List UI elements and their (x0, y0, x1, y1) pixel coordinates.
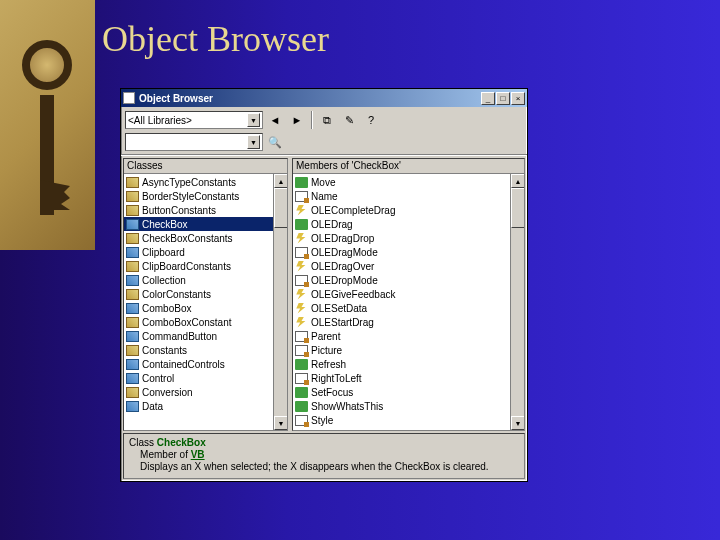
list-item[interactable]: ComboBox (124, 301, 287, 315)
method-icon (295, 401, 308, 412)
list-item[interactable]: CommandButton (124, 329, 287, 343)
search-combo[interactable]: ▼ (125, 133, 263, 151)
list-item[interactable]: Picture (293, 343, 524, 357)
list-item[interactable]: Clipboard (124, 245, 287, 259)
scroll-up-button[interactable]: ▲ (511, 174, 524, 188)
list-item[interactable]: ColorConstants (124, 287, 287, 301)
enum-icon (126, 261, 139, 272)
list-item[interactable]: Parent (293, 329, 524, 343)
classes-list[interactable]: AsyncTypeConstantsBorderStyleConstantsBu… (124, 174, 287, 414)
search-button[interactable]: 🔍 (265, 133, 285, 151)
list-item[interactable]: OLECompleteDrag (293, 203, 524, 217)
list-item[interactable]: OLEDragDrop (293, 231, 524, 245)
list-item-label: ClipBoardConstants (142, 261, 231, 272)
panes: Classes AsyncTypeConstantsBorderStyleCon… (121, 155, 527, 433)
dropdown-icon[interactable]: ▼ (247, 135, 260, 149)
list-item[interactable]: Collection (124, 273, 287, 287)
list-item[interactable]: Refresh (293, 357, 524, 371)
class-icon (126, 219, 139, 230)
list-item-label: OLEDragOver (311, 261, 374, 272)
list-item[interactable]: Name (293, 189, 524, 203)
list-item-label: Clipboard (142, 247, 185, 258)
detail-pane: Class CheckBox Member of VB Displays an … (123, 433, 525, 479)
list-item-label: AsyncTypeConstants (142, 177, 236, 188)
enum-icon (126, 177, 139, 188)
scroll-down-button[interactable]: ▼ (274, 416, 287, 430)
list-item[interactable]: OLEGiveFeedback (293, 287, 524, 301)
list-item[interactable]: OLEDragOver (293, 259, 524, 273)
nav-back-button[interactable]: ◄ (265, 111, 285, 129)
list-item[interactable]: Constants (124, 343, 287, 357)
event-icon (295, 205, 308, 216)
list-item-label: ShowWhatsThis (311, 401, 383, 412)
event-icon (295, 303, 308, 314)
list-item[interactable]: Style (293, 413, 524, 427)
list-item-label: OLEDrag (311, 219, 353, 230)
titlebar[interactable]: Object Browser _ □ × (121, 89, 527, 107)
list-item[interactable]: OLESetData (293, 301, 524, 315)
list-item-label: Control (142, 373, 174, 384)
list-item-label: OLEDragDrop (311, 233, 374, 244)
list-item[interactable]: ButtonConstants (124, 203, 287, 217)
nav-forward-button[interactable]: ► (287, 111, 307, 129)
list-item[interactable]: Control (124, 371, 287, 385)
library-combo[interactable]: <All Libraries> ▼ (125, 111, 263, 129)
list-item[interactable]: BorderStyleConstants (124, 189, 287, 203)
members-list[interactable]: MoveNameOLECompleteDragOLEDragOLEDragDro… (293, 174, 524, 428)
list-item-label: ComboBox (142, 303, 191, 314)
scroll-down-button[interactable]: ▼ (511, 416, 524, 430)
list-item[interactable]: Move (293, 175, 524, 189)
event-icon (295, 317, 308, 328)
list-item-label: CheckBox (142, 219, 188, 230)
detail-library-link[interactable]: VB (191, 449, 205, 460)
list-item-label: OLESetData (311, 303, 367, 314)
prop-icon (295, 247, 308, 258)
list-item[interactable]: CheckBox (124, 217, 287, 231)
maximize-button[interactable]: □ (496, 92, 510, 105)
scroll-thumb[interactable] (511, 188, 524, 228)
list-item[interactable]: OLEDrag (293, 217, 524, 231)
class-icon (126, 247, 139, 258)
scroll-up-button[interactable]: ▲ (274, 174, 287, 188)
detail-line1: Class CheckBox (129, 437, 519, 449)
method-icon (295, 387, 308, 398)
list-item-label: Name (311, 191, 338, 202)
help-button[interactable]: ? (361, 111, 381, 129)
prop-icon (295, 373, 308, 384)
classes-scrollbar[interactable]: ▲ ▼ (273, 174, 287, 430)
list-item[interactable]: CheckBoxConstants (124, 231, 287, 245)
scroll-thumb[interactable] (274, 188, 287, 228)
view-definition-button[interactable]: ✎ (339, 111, 359, 129)
event-icon (295, 289, 308, 300)
close-button[interactable]: × (511, 92, 525, 105)
detail-text: Member of (129, 449, 191, 460)
list-item[interactable]: Conversion (124, 385, 287, 399)
object-browser-window: Object Browser _ □ × <All Libraries> ▼ ◄… (120, 88, 528, 482)
list-item[interactable]: ShowWhatsThis (293, 399, 524, 413)
prop-icon (295, 415, 308, 426)
detail-text: Class (129, 437, 157, 448)
list-item[interactable]: ComboBoxConstant (124, 315, 287, 329)
slide-title: Object Browser (102, 18, 329, 60)
list-item[interactable]: SetFocus (293, 385, 524, 399)
copy-button[interactable]: ⧉ (317, 111, 337, 129)
list-item[interactable]: ClipBoardConstants (124, 259, 287, 273)
members-scrollbar[interactable]: ▲ ▼ (510, 174, 524, 430)
enum-icon (126, 205, 139, 216)
list-item[interactable]: OLEDropMode (293, 273, 524, 287)
minimize-button[interactable]: _ (481, 92, 495, 105)
list-item[interactable]: ContainedControls (124, 357, 287, 371)
list-item[interactable]: OLEStartDrag (293, 315, 524, 329)
list-item-label: Parent (311, 331, 340, 342)
list-item[interactable]: Data (124, 399, 287, 413)
list-item-label: Move (311, 177, 335, 188)
enum-icon (126, 387, 139, 398)
list-item[interactable]: OLEDragMode (293, 245, 524, 259)
list-item-label: ComboBoxConstant (142, 317, 232, 328)
dropdown-icon[interactable]: ▼ (247, 113, 260, 127)
list-item[interactable]: AsyncTypeConstants (124, 175, 287, 189)
prop-icon (295, 191, 308, 202)
list-item[interactable]: RightToLeft (293, 371, 524, 385)
window-title: Object Browser (139, 93, 480, 104)
classes-header: Classes (124, 159, 287, 174)
